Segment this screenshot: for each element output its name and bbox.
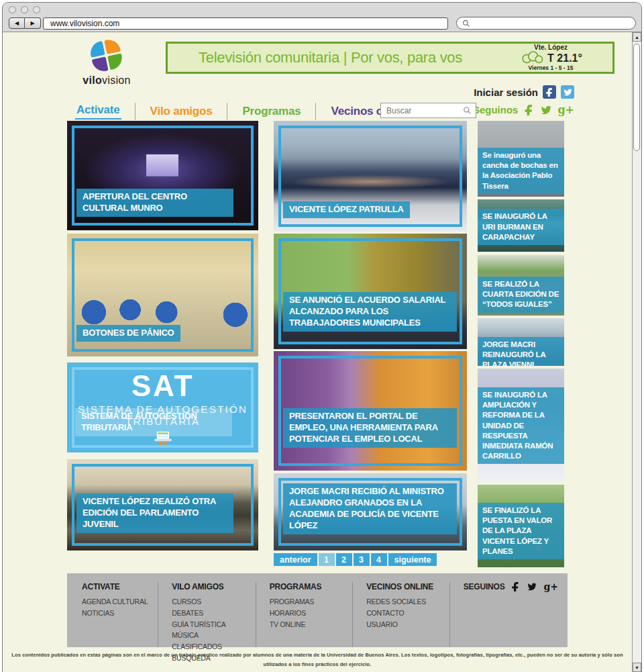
weather-temperature: T 21.1° <box>547 52 582 64</box>
window-control-dot[interactable] <box>33 6 40 13</box>
news-card[interactable]: JORGE MACRI REINAUGURÓ LA PLAZA VIENNI <box>478 318 564 366</box>
twitter-icon[interactable] <box>527 582 537 591</box>
window-control-dot[interactable] <box>21 6 28 13</box>
footer-follow-label: SEGUINOS <box>464 582 505 591</box>
google-plus-icon[interactable]: g+ <box>557 105 574 115</box>
footer-link[interactable]: NOTICIAS <box>82 608 148 619</box>
browser-forward-button[interactable]: ▶ <box>25 17 41 29</box>
nav-separator <box>227 103 227 120</box>
news-card-title: SE INAUGURÓ LA AMPLIACIÓN Y REFORMA DE L… <box>478 387 564 464</box>
news-card-title: PRESENTARON EL PORTAL DE EMPLEO, UNA HER… <box>283 408 457 448</box>
nav-item-programas[interactable]: Programas <box>241 105 302 118</box>
facebook-login-button[interactable] <box>543 85 556 99</box>
forward-icon: ▶ <box>30 20 34 26</box>
page-button-1[interactable]: 1 <box>319 553 335 566</box>
banner-slogan: Televisión comunitaria | Por vos, para v… <box>168 49 493 66</box>
footer-link[interactable]: GUÍA TURÍSTICA <box>172 619 246 630</box>
news-card[interactable]: SE INAUGURÓ LA AMPLIACIÓN Y REFORMA DE L… <box>478 369 564 482</box>
weather-widget: Vte. López T 21.1° Viernes 1 - 5 - 15 <box>493 44 612 71</box>
page-button-3[interactable]: 3 <box>354 553 370 566</box>
url-bar[interactable] <box>43 17 448 30</box>
news-card-title: SE INAUGURÓ LA URI BURMAN EN CARAPACHAY <box>478 209 564 245</box>
pagination-prev[interactable]: anterior <box>274 553 317 566</box>
news-card-title: SE REALIZÓ LA CUARTA EDICIÓN DE “TODOS I… <box>478 277 564 313</box>
twitter-icon[interactable] <box>541 105 551 115</box>
footer-link[interactable]: PROGRAMAS <box>270 596 343 608</box>
news-column-middle: VICENTE LÓPEZ PATRULLA SE ANUNCIÓ EL ACU… <box>274 121 467 566</box>
news-card-title: SISTEMA DE AUTOGESTIÓN TRIBUTARIA <box>75 408 232 436</box>
footer-column-activate: ACTIVATE AGENDA CULTURAL NOTICIAS <box>68 582 158 647</box>
brand-logo[interactable]: vilovision <box>67 40 146 87</box>
footer-link[interactable]: HORARIOS <box>270 608 343 619</box>
disclaimer-line-2: FADU | Viernes noche | Primer Cuatrimest… <box>3 670 632 672</box>
search-input[interactable] <box>385 105 463 116</box>
news-column-side: Se inauguró una cancha de bochas en la A… <box>478 121 564 567</box>
disclaimer: Los contenidos publicados en estas págin… <box>3 651 632 672</box>
facebook-icon[interactable] <box>511 582 521 591</box>
page-button-2[interactable]: 2 <box>336 553 352 566</box>
news-card[interactable]: Se inauguró una cancha de bochas en la A… <box>478 121 564 197</box>
logo-text: vilovision <box>67 75 146 87</box>
browser-back-button[interactable]: ◀ <box>9 17 25 29</box>
back-icon: ◀ <box>15 20 19 26</box>
footer-section-title[interactable]: VILO AMIGOS <box>172 582 246 591</box>
window-controls[interactable] <box>9 6 40 13</box>
footer-link[interactable]: CURSOS <box>172 596 246 608</box>
window-control-dot[interactable] <box>9 6 16 13</box>
news-card-sat[interactable]: SAT SISTEMA DE AUTOGESTIÓN TRIBUTARIA SI… <box>67 363 258 452</box>
news-column-left: APERTURA DEL CENTRO CULTURAL MUNRO BOTON… <box>67 121 258 550</box>
scrollbar-thumb[interactable] <box>633 44 640 151</box>
nav-separator <box>315 103 316 120</box>
facebook-icon[interactable] <box>524 105 535 115</box>
twitter-login-button[interactable] <box>561 85 574 99</box>
site-search-box[interactable] <box>380 103 476 118</box>
footer-column-vecinos-online: VECINOS ONLINE REDES SOCIALES CONTACTO U… <box>352 582 449 647</box>
site-banner: Televisión comunitaria | Por vos, para v… <box>166 42 614 74</box>
weather-location: Vte. López <box>493 44 608 51</box>
google-plus-icon[interactable]: g+ <box>543 582 558 591</box>
nav-item-activate[interactable]: Activate <box>75 103 121 119</box>
nav-item-vilo-amigos[interactable]: Vilo amigos <box>149 105 214 118</box>
browser-search-box[interactable] <box>456 17 636 30</box>
search-icon <box>462 19 470 28</box>
nav-separator <box>135 103 136 120</box>
news-card[interactable]: PRESENTARON EL PORTAL DE EMPLEO, UNA HER… <box>274 351 467 471</box>
news-card-title: VICENTE LÓPEZ REALIZÓ OTRA EDICIÓN DEL P… <box>76 493 233 533</box>
footer-link[interactable]: REDES SOCIALES <box>366 596 440 608</box>
twitter-icon <box>564 88 572 97</box>
scrollbar[interactable]: ▲ ▼ <box>632 32 641 672</box>
news-card[interactable]: SE REALIZÓ LA CUARTA EDICIÓN DE “TODOS I… <box>478 255 564 316</box>
news-card[interactable]: APERTURA DEL CENTRO CULTURAL MUNRO <box>67 121 258 230</box>
scroll-down-icon[interactable]: ▼ <box>633 663 641 672</box>
page-button-4[interactable]: 4 <box>371 553 387 566</box>
footer-link[interactable]: CONTACTO <box>366 608 440 619</box>
news-card[interactable]: SE INAUGURÓ LA URI BURMAN EN CARAPACHAY <box>478 199 564 252</box>
news-card[interactable]: VICENTE LÓPEZ REALIZÓ OTRA EDICIÓN DEL P… <box>67 459 258 550</box>
news-card-title: SE FINALIZÓ LA PUESTA EN VALOR DE LA PLA… <box>478 503 564 559</box>
footer-column-seguinos: SEGUINOS g+ <box>449 582 568 647</box>
follow-row: Seguinos g+ <box>473 104 574 115</box>
news-card-title: BOTONES DE PÁNICO <box>76 325 180 342</box>
news-card-title: Se inauguró una cancha de bochas en la A… <box>478 148 564 194</box>
facebook-icon <box>545 88 554 97</box>
footer-link[interactable]: MÚSICA <box>172 630 246 641</box>
news-card[interactable]: SE FINALIZÓ LA PUESTA EN VALOR DE LA PLA… <box>478 485 564 567</box>
disclaimer-line-1: Los contenidos publicados en estas págin… <box>3 651 632 670</box>
footer-link[interactable]: DEBATES <box>172 608 246 619</box>
footer-section-title[interactable]: VECINOS ONLINE <box>366 582 440 591</box>
footer-column-vilo-amigos: VILO AMIGOS CURSOS DEBATES GUÍA TURÍSTIC… <box>158 582 255 647</box>
login-link[interactable]: Iniciar sesión <box>474 87 538 98</box>
pagination-next[interactable]: siguiente <box>388 553 437 566</box>
news-card[interactable]: VICENTE LÓPEZ PATRULLA <box>274 121 467 232</box>
news-card[interactable]: BOTONES DE PÁNICO <box>67 234 258 356</box>
news-card[interactable]: SE ANUNCIÓ EL ACUERDO SALARIAL ALCANZADO… <box>274 234 467 349</box>
footer-section-title[interactable]: ACTIVATE <box>82 582 148 591</box>
browser-chrome: ◀ ▶ <box>3 3 641 32</box>
footer-link[interactable]: AGENDA CULTURAL <box>82 596 148 608</box>
footer-link[interactable]: USUARIO <box>366 619 440 630</box>
page-content: vilovision Televisión comunitaria | Por … <box>3 32 632 672</box>
news-card[interactable]: JORGE MACRI RECIBIÓ AL MINISTRO ALEJANDR… <box>274 473 467 550</box>
footer-link[interactable]: TV ONLINE <box>270 619 343 630</box>
footer-section-title[interactable]: PROGRAMAS <box>270 582 343 591</box>
scroll-up-icon[interactable]: ▲ <box>633 32 641 42</box>
